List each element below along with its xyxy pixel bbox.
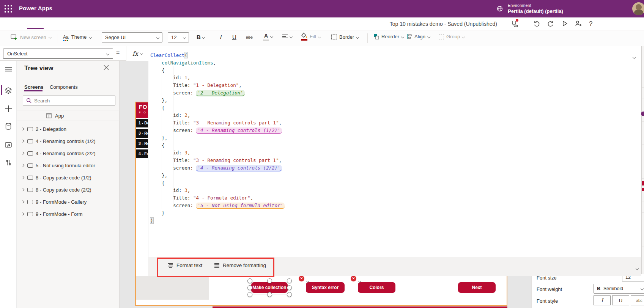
error-badge-icon[interactable]: ✕	[299, 276, 304, 281]
tree-item-screen[interactable]: 8 - Copy paste code (2/2)	[17, 185, 120, 194]
tab-components[interactable]: Components	[50, 84, 78, 90]
expand-chevron-icon[interactable]	[21, 127, 24, 130]
canvas-footer-bar	[213, 306, 507, 308]
help-icon[interactable]: ?	[589, 20, 592, 28]
tree-search[interactable]	[23, 96, 115, 105]
font-color-button[interactable]: A	[263, 33, 273, 41]
rail-tree-view-icon[interactable]	[0, 84, 17, 97]
resize-handle[interactable]	[287, 292, 292, 297]
font-weight-dropdown[interactable]: B Semibold	[594, 284, 644, 294]
tree-item-screen[interactable]: 5 - Not using formula editor	[17, 161, 120, 170]
expand-chevron-icon[interactable]	[21, 140, 24, 143]
resize-handle[interactable]	[247, 292, 252, 297]
border-button[interactable]: Border	[331, 34, 359, 40]
code-token-pln: {	[150, 180, 165, 186]
environment-label: Environment	[508, 3, 531, 8]
tree-item-screen[interactable]: 2 - Delegation	[17, 125, 120, 133]
expand-chevron-icon[interactable]	[21, 152, 24, 155]
error-chevron-icon[interactable]	[359, 277, 361, 284]
fx-dropdown[interactable]: fx	[126, 46, 149, 61]
share-person-icon[interactable]	[574, 20, 583, 27]
tree-item-screen[interactable]: 9 - FormMode - Gallery	[17, 198, 120, 206]
text-align-button[interactable]	[282, 34, 292, 39]
rail-hamburger-icon[interactable]	[0, 63, 17, 75]
resize-handle[interactable]	[287, 278, 292, 283]
tree-item-app[interactable]: App	[17, 111, 120, 120]
italic-button[interactable]: I	[219, 34, 222, 41]
tab-screens[interactable]: Screens	[24, 84, 44, 90]
expand-chevron-icon[interactable]	[21, 176, 24, 179]
avatar[interactable]	[632, 2, 644, 15]
theme-button[interactable]: Aa Theme	[63, 34, 91, 40]
property-selector[interactable]: OnSelect	[3, 49, 113, 59]
resize-handle[interactable]	[247, 278, 252, 283]
waffle-menu-icon[interactable]	[4, 4, 13, 13]
style-underline-button[interactable]: U	[612, 295, 629, 305]
search-input[interactable]	[34, 98, 106, 104]
code-token-str: "3 - Renaming controls part 1"	[193, 157, 279, 163]
font-family-select[interactable]: Segoe UI	[102, 32, 162, 42]
tree-item-screen[interactable]: 4 - Renaming controls (1/2)	[17, 137, 120, 145]
code-token-str: "1 - Delegation"	[193, 82, 239, 88]
reorder-button[interactable]: Reorder	[373, 34, 404, 39]
undo-icon[interactable]	[533, 20, 540, 27]
resize-handle[interactable]	[267, 278, 272, 283]
new-screen-button[interactable]: New screen	[11, 34, 51, 40]
error-chevron-icon[interactable]	[307, 277, 309, 284]
code-token-s1: '2 - Delegation'	[196, 90, 244, 96]
properties-pane-edge	[641, 46, 644, 274]
canvas-left-panel	[136, 276, 209, 300]
code-token-pln: }	[150, 210, 165, 216]
expand-chevron-icon[interactable]	[21, 188, 24, 191]
style-strikethrough-button[interactable]: abc	[631, 295, 644, 305]
canvas-button[interactable]: Next	[458, 282, 496, 293]
align-button[interactable]: Align	[406, 34, 430, 39]
tree-item-screen[interactable]: 4 - Renaming controls (2/2)	[17, 149, 120, 157]
style-italic-button[interactable]: I	[594, 295, 611, 305]
rail-data-icon[interactable]	[0, 120, 17, 133]
preview-play-icon[interactable]	[561, 20, 568, 27]
rail-media-icon[interactable]	[0, 139, 17, 152]
code-token-pln: ,	[239, 82, 242, 88]
equals-sign: =	[116, 49, 120, 56]
tree-view-title: Tree view	[24, 64, 54, 72]
strikethrough-button[interactable]: abc	[246, 35, 253, 39]
formula-collapse-chevron-icon[interactable]	[633, 53, 635, 60]
app-checker-icon[interactable]	[510, 20, 518, 28]
resize-handle[interactable]	[287, 285, 292, 290]
strip-collapse-chevron-icon[interactable]	[636, 264, 638, 271]
canvas-button[interactable]: Syntax error	[306, 282, 345, 293]
format-text-button[interactable]: Format text	[168, 262, 202, 268]
code-token-s3: '4 - Renaming controls (2/2)'	[196, 165, 282, 171]
group-button[interactable]: Group	[439, 34, 464, 39]
tree-item-screen[interactable]: 9 - FormMode - Form	[17, 210, 120, 218]
expand-chevron-icon[interactable]	[21, 164, 24, 167]
underline-button[interactable]: U	[232, 34, 236, 40]
tree-item-screen[interactable]: 8 - Copy paste code (1/2)	[17, 173, 120, 182]
error-badge-icon[interactable]: ✕	[351, 276, 356, 281]
bold-button[interactable]: B	[197, 34, 205, 40]
environment-switcher[interactable]: Pertila (default) (pertila)	[508, 8, 563, 14]
code-token-pln: screen:	[150, 90, 196, 96]
resize-handle[interactable]	[247, 285, 252, 290]
fill-button[interactable]: Fill	[301, 33, 321, 41]
tree-close-icon[interactable]	[104, 65, 110, 72]
resize-handle[interactable]	[267, 292, 272, 297]
formula-code[interactable]: ClearCollect( colNavigationItems, { id: …	[150, 52, 285, 224]
screen-icon	[27, 151, 33, 156]
code-token-s4: '5 - Not using formula editor'	[196, 203, 285, 209]
divider	[17, 121, 120, 121]
canvas-header-title: FO	[139, 104, 147, 110]
expand-chevron-icon[interactable]	[21, 200, 24, 203]
ribbon-toolbar	[0, 30, 644, 46]
redo-icon[interactable]	[547, 20, 554, 27]
rail-insert-plus-icon[interactable]	[0, 102, 17, 115]
rail-advanced-tools-icon[interactable]	[0, 156, 17, 169]
expand-chevron-icon[interactable]	[21, 212, 24, 215]
remove-formatting-button[interactable]: Remove formatting	[214, 262, 266, 268]
font-size-select[interactable]: 12	[168, 32, 189, 42]
code-token-pln	[150, 60, 162, 66]
document-title: Top 10 mistakes demo - Saved (Unpublishe…	[361, 21, 497, 27]
code-token-pln: id:	[150, 187, 184, 193]
canvas-button[interactable]: Colors	[358, 282, 395, 293]
